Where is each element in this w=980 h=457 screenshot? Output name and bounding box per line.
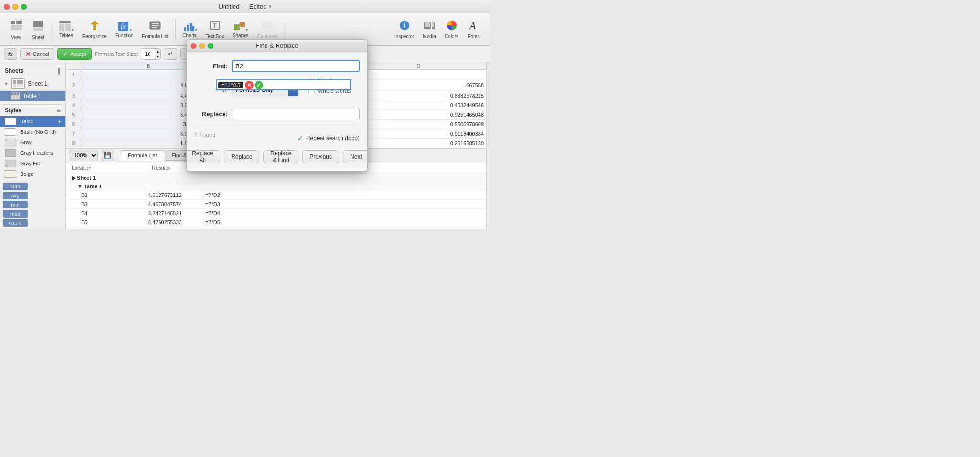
reorganize-icon [88, 20, 101, 33]
formula-accept-button[interactable]: ✓ [255, 81, 263, 89]
styles-section: Styles ≡ Basic ▾ Basic (No Grid) Gray Gr… [0, 105, 65, 181]
title-dropdown-icon[interactable]: ▾ [269, 3, 272, 10]
toolbar-reorganize[interactable]: Reorganize [78, 18, 110, 41]
toolbar-function[interactable]: fx ▾ Function [111, 19, 137, 40]
row-number: 5 [66, 110, 81, 119]
svg-text:A: A [469, 20, 476, 31]
repeat-checkmark-icon: ✓ [298, 134, 303, 142]
right-scrollbar[interactable] [486, 62, 490, 228]
toolbar-divider-2 [175, 19, 176, 40]
size-up-button[interactable]: ▲ [155, 49, 160, 54]
toolbar-divider-1 [52, 19, 52, 40]
dialog-min-button[interactable] [199, 43, 205, 49]
toolbar-media[interactable]: Media [419, 18, 440, 41]
size-down-button[interactable]: ▼ [155, 54, 160, 59]
replace-find-button[interactable]: Replace & Find [263, 150, 298, 163]
style-item-gray[interactable]: Gray [0, 137, 65, 148]
list-item[interactable]: B2 4.6127673112 =7*D2 [66, 191, 486, 200]
formula-list-label: Formula List [142, 34, 169, 39]
close-button[interactable] [4, 4, 10, 10]
dialog-close-button[interactable] [191, 43, 196, 49]
style-item-gray-fill[interactable]: Gray Fill [0, 158, 65, 169]
grid-cell[interactable] [351, 70, 486, 79]
list-item[interactable]: B6 3.8506850260 =7*D6 [66, 227, 486, 228]
toolbar-fonts[interactable]: A Fonts [463, 18, 484, 41]
toolbar-charts[interactable]: ▾ Charts [179, 19, 201, 40]
accept-button[interactable]: ✓ Accept [57, 48, 92, 60]
style-item-gray-headers[interactable]: Gray Headers [0, 148, 65, 158]
toolbar-sheet[interactable]: Sheet [28, 17, 49, 42]
grid-cell[interactable]: 0.2616585130 [351, 139, 486, 148]
formula-cancel-button[interactable]: ✕ [245, 81, 254, 89]
list-item[interactable]: B3 4.4678047574 =7*D3 [66, 200, 486, 209]
table-item-table1[interactable]: Table 1 [0, 91, 65, 101]
maximize-button[interactable] [21, 4, 27, 10]
row-number: 8 [66, 139, 81, 148]
styles-collapse-button[interactable]: ≡ [57, 107, 61, 114]
comment-icon [261, 20, 274, 33]
pill-count[interactable]: count [3, 219, 28, 227]
formula-list-tab[interactable]: Formula List [121, 150, 164, 161]
sheet-item-sheet1[interactable]: ▼ Sheet 1 [0, 76, 65, 91]
toolbar-divider-3 [285, 19, 285, 40]
pill-min[interactable]: min [3, 201, 28, 208]
save-button[interactable]: 💾 [102, 150, 113, 161]
list-item[interactable]: B5 6.4760255333 =7*D5 [66, 218, 486, 227]
find-replace-dialog[interactable]: Find & Replace Find: In: Formulas Only V… [186, 39, 368, 172]
text-size-input[interactable] [141, 51, 155, 57]
sidebar: Sheets ∥ ▼ Sheet 1 [0, 62, 66, 228]
row-number: 2 [66, 79, 81, 90]
sheets-section: Sheets ∥ ▼ Sheet 1 [0, 62, 65, 104]
toolbar-view[interactable]: View [6, 17, 27, 42]
svg-rect-16 [187, 25, 189, 31]
pill-avg[interactable]: avg [3, 192, 28, 199]
view-label: View [11, 35, 21, 40]
grid-cell-d2[interactable]: .667588 [351, 79, 486, 90]
replace-all-button[interactable]: Replace All [186, 150, 220, 163]
replace-input[interactable] [232, 108, 360, 120]
style-item-basic-nogrid[interactable]: Basic (No Grid) [0, 127, 65, 137]
cancel-button[interactable]: ✕ Cancel [20, 48, 54, 60]
nav-prev-button[interactable]: ↵ [164, 48, 177, 60]
style-name-beige: Beige [20, 171, 33, 177]
grid-cell[interactable]: 0.6382578225 [351, 91, 486, 100]
previous-button[interactable]: Previous [302, 150, 339, 163]
style-name-nogrid: Basic (No Grid) [20, 129, 56, 135]
toolbar-comment[interactable]: Comment [254, 18, 282, 41]
zoom-control: 100% 75% 150% [70, 150, 98, 161]
svg-rect-23 [262, 21, 273, 29]
replace-button[interactable]: Replace [224, 150, 259, 163]
grid-cell[interactable]: 0.5500978609 [351, 120, 486, 129]
find-input[interactable] [232, 60, 360, 72]
toolbar-text-box[interactable]: T Text Box [202, 18, 228, 41]
dialog-window-controls[interactable] [191, 43, 213, 49]
fl-cell-b2: B2 [72, 192, 148, 198]
fl-result-b4: 3.2427146821 [148, 210, 205, 216]
grid-cell-c2-editing[interactable]: =B2^0.5 ✕ ✓ [216, 79, 351, 90]
list-item[interactable]: B4 3.2427146821 =7*D4 [66, 209, 486, 218]
grid-cell[interactable]: 0.9251465048 [351, 110, 486, 119]
toolbar-shapes[interactable]: ▾ Shapes [229, 19, 253, 40]
style-item-basic[interactable]: Basic ▾ [0, 116, 65, 127]
dialog-divider [194, 126, 360, 126]
next-button[interactable]: Next [343, 150, 368, 163]
toolbar-formula-list[interactable]: Formula List [138, 18, 172, 41]
zoom-select[interactable]: 100% 75% 150% [70, 150, 98, 161]
style-item-beige[interactable]: Beige [0, 169, 65, 179]
row-number: 3 [66, 91, 81, 100]
grid-cell[interactable]: 0.9118400384 [351, 129, 486, 138]
toolbar-colors[interactable]: Colors [441, 18, 462, 41]
toolbar-tables[interactable]: ▾ Tables [55, 19, 77, 40]
pill-max[interactable]: max [3, 210, 28, 218]
window-controls[interactable] [4, 4, 27, 10]
dialog-zoom-button[interactable] [208, 43, 213, 49]
fl-section-name-table1: ▼ Table 1 [72, 184, 102, 189]
pill-sum[interactable]: sum [3, 183, 28, 190]
minimize-button[interactable] [12, 4, 18, 10]
style-name-basic: Basic [20, 119, 33, 124]
toolbar-inspector[interactable]: i Inspector [391, 18, 418, 41]
find-field-row: Find: [194, 60, 360, 72]
formula-fx-button[interactable]: fx [4, 48, 17, 60]
sheets-collapse-button[interactable]: ∥ [57, 67, 61, 75]
grid-cell[interactable]: 0.4632449546 [351, 100, 486, 109]
